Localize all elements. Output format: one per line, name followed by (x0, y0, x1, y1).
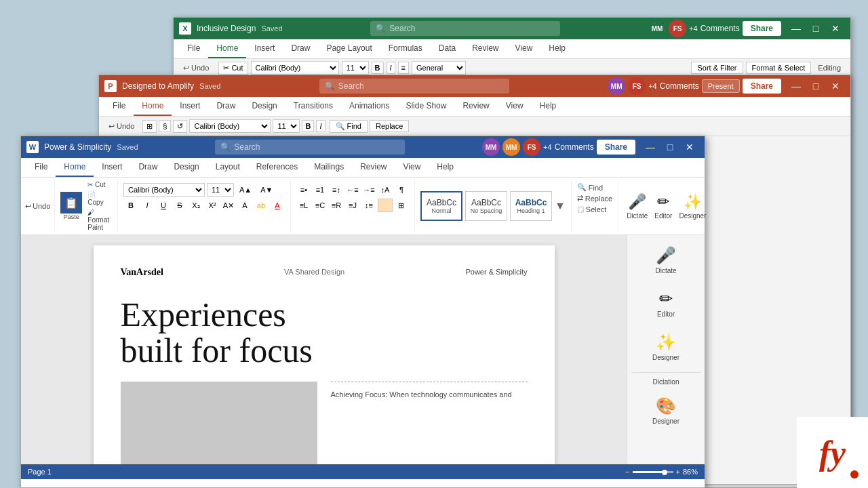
word-zoom-slider[interactable] (633, 471, 673, 473)
word-align-center-button[interactable]: ≡C (313, 199, 328, 212)
ppt-tab-file[interactable]: File (104, 97, 134, 116)
word-tab-insert[interactable]: Insert (94, 158, 130, 177)
word-increase-indent-button[interactable]: →≡ (361, 183, 376, 197)
word-style-normal[interactable]: AaBbCc Normal (420, 191, 462, 221)
word-underline-button[interactable]: U (156, 199, 171, 212)
excel-tab-help[interactable]: Help (540, 39, 574, 58)
ppt-minimize-button[interactable]: — (787, 79, 806, 94)
word-search-input[interactable] (215, 140, 405, 155)
excel-tab-file[interactable]: File (179, 39, 208, 58)
word-copy-button[interactable]: 📄 Copy (85, 190, 112, 207)
excel-sort-filter-button[interactable]: Sort & Filter (691, 62, 743, 74)
word-undo-button[interactable]: ↩ Undo (25, 202, 50, 211)
word-borders-button[interactable]: ⊞ (394, 199, 409, 212)
word-align-right-button[interactable]: ≡R (329, 199, 344, 212)
ppt-maximize-button[interactable]: □ (806, 79, 825, 94)
word-superscript-button[interactable]: X² (205, 199, 220, 212)
ppt-undo-button[interactable]: ↩ Undo (104, 121, 138, 132)
excel-bold-button[interactable]: B (372, 62, 384, 74)
ppt-search-input[interactable] (319, 79, 509, 94)
word-style-nospacing[interactable]: AaBbCc No Spacing (465, 191, 507, 221)
ppt-comments-button[interactable]: Comments (660, 81, 699, 91)
word-styles-more-button[interactable]: ▼ (555, 200, 566, 212)
word-multilevel-button[interactable]: ≡↕ (329, 183, 344, 197)
excel-tab-formulas[interactable]: Formulas (380, 39, 431, 58)
ppt-tab-transitions[interactable]: Transitions (285, 97, 341, 116)
word-select-button[interactable]: ⬚ Select (577, 205, 612, 214)
word-share-button[interactable]: Share (597, 140, 635, 155)
word-shading-button[interactable] (378, 199, 393, 212)
word-text-effects-button[interactable]: A (237, 199, 252, 212)
word-sort-button[interactable]: ↕A (378, 183, 393, 197)
excel-tab-review[interactable]: Review (464, 39, 507, 58)
word-zoom-out-button[interactable]: − (625, 468, 629, 476)
excel-font-select[interactable]: Calibri (Body) (251, 61, 339, 75)
ppt-close-button[interactable]: ✕ (826, 79, 845, 94)
excel-tab-view[interactable]: View (507, 39, 541, 58)
ppt-tab-home[interactable]: Home (134, 97, 172, 116)
ppt-tab-insert[interactable]: Insert (172, 97, 208, 116)
word-tab-view[interactable]: View (395, 158, 429, 177)
ppt-present-button[interactable]: Present (702, 79, 740, 93)
word-minimize-button[interactable]: — (641, 140, 660, 155)
word-numbering-button[interactable]: ≡1 (313, 183, 328, 197)
ppt-tab-design[interactable]: Design (243, 97, 285, 116)
ppt-tab-slideshow[interactable]: Slide Show (397, 97, 454, 116)
word-tab-layout[interactable]: Layout (208, 158, 248, 177)
excel-close-button[interactable]: ✕ (826, 21, 845, 36)
word-bold-button[interactable]: B (123, 199, 138, 212)
word-subscript-button[interactable]: X₂ (189, 199, 203, 212)
word-font-color-button[interactable]: A (270, 199, 285, 212)
word-designer-btn[interactable]: ✨ Designer (679, 193, 706, 220)
ppt-replace-button[interactable]: Replace (370, 120, 409, 132)
word-italic-button[interactable]: I (140, 199, 155, 212)
excel-tab-insert[interactable]: Insert (246, 39, 283, 58)
word-panel-editor[interactable]: ✏ Editor (631, 285, 701, 322)
excel-format-cell-button[interactable]: Format & Select (746, 62, 812, 74)
ppt-section-button[interactable]: § (159, 120, 171, 132)
ppt-tab-animations[interactable]: Animations (341, 97, 397, 116)
excel-share-button[interactable]: Share (743, 21, 781, 36)
excel-minimize-button[interactable]: — (787, 21, 806, 36)
word-font-grow-button[interactable]: A▲ (236, 184, 255, 195)
word-panel-dictate[interactable]: 🎤 Dictate (631, 242, 701, 279)
excel-tab-pagelayout[interactable]: Page Layout (318, 39, 380, 58)
ppt-tab-draw[interactable]: Draw (208, 97, 243, 116)
word-comments-button[interactable]: Comments (555, 142, 594, 152)
excel-cut-button[interactable]: ✂ Cut (218, 62, 248, 75)
ppt-share-button[interactable]: Share (743, 79, 781, 94)
word-line-spacing-button[interactable]: ↕≡ (361, 199, 376, 212)
word-maximize-button[interactable]: □ (660, 140, 679, 155)
word-tab-mailings[interactable]: Mailings (306, 158, 352, 177)
ppt-layout-button[interactable]: ⊞ (142, 120, 157, 133)
word-panel-designer[interactable]: ✨ Designer (631, 329, 701, 365)
word-font-family-select[interactable]: Calibri (Body) (123, 183, 205, 197)
excel-tab-draw[interactable]: Draw (283, 39, 318, 58)
excel-tab-home[interactable]: Home (208, 39, 246, 58)
excel-italic-button[interactable]: I (387, 62, 395, 74)
word-panel-designer2[interactable]: 🎨 Designer (631, 392, 701, 429)
excel-fontsize-select[interactable]: 11 (342, 61, 369, 75)
word-tab-review[interactable]: Review (352, 158, 395, 177)
word-tab-design[interactable]: Design (165, 158, 207, 177)
word-dictate-btn[interactable]: 🎤 Dictate (627, 193, 648, 220)
ppt-italic-button[interactable]: I (316, 120, 325, 132)
word-paste-button[interactable]: 📋 (60, 192, 82, 214)
ppt-find-button[interactable]: 🔍 Find (330, 120, 368, 133)
ppt-tab-view[interactable]: View (498, 97, 532, 116)
word-cut-button[interactable]: ✂ Cut (85, 180, 112, 189)
excel-format-select[interactable]: General (412, 61, 466, 75)
ppt-reset-button[interactable]: ↺ (173, 120, 187, 133)
word-show-marks-button[interactable]: ¶ (394, 183, 409, 197)
excel-comments-button[interactable]: Comments (701, 24, 740, 33)
ppt-fontsize-select[interactable]: 11 (273, 119, 300, 133)
ppt-tab-review[interactable]: Review (454, 97, 497, 116)
word-tab-file[interactable]: File (26, 158, 56, 177)
excel-tab-data[interactable]: Data (431, 39, 464, 58)
word-clear-format-button[interactable]: A✕ (221, 199, 236, 212)
word-tab-home[interactable]: Home (56, 158, 94, 177)
word-tab-help[interactable]: Help (429, 158, 462, 177)
word-zoom-in-button[interactable]: + (676, 468, 680, 476)
word-strikethrough-button[interactable]: S (172, 199, 187, 212)
word-highlight-button[interactable]: ab (254, 199, 269, 212)
